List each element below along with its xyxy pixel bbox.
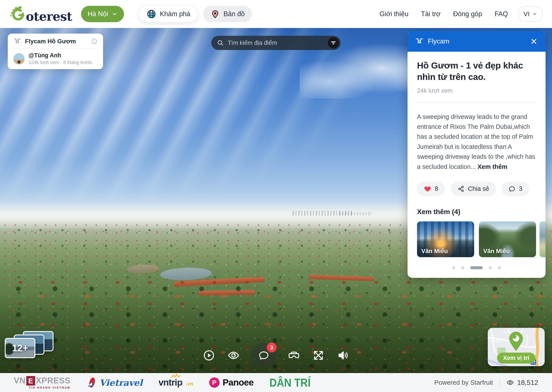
view-mode-button[interactable] (227, 349, 240, 362)
panel-header: Flycam (408, 31, 545, 52)
related-card[interactable]: Văn Miếu (417, 221, 474, 257)
partner-logo-vntrip[interactable]: vntrip .vn (158, 377, 193, 388)
nav-link-faq[interactable]: FAQ (495, 10, 508, 18)
photo-stack[interactable]: 12+ (5, 331, 54, 367)
panel-body: Hồ Gươm - 1 vẻ đẹp khác nhìn từ trên cao… (408, 52, 545, 278)
city-selector-button[interactable]: Hà Nội (81, 6, 124, 22)
panel-header-label: Flycam (428, 37, 449, 45)
panel-description: A sweeping driveway leads to the grand e… (417, 112, 536, 172)
nav-link-gioi-thieu[interactable]: Giới thiệu (380, 10, 409, 18)
comments-control[interactable]: 3 (251, 343, 276, 368)
comment-icon (258, 350, 269, 361)
carousel-pagination (417, 266, 536, 269)
filter-button[interactable] (328, 37, 339, 49)
related-card-label: Văn Miếu (483, 248, 510, 255)
description-text: A sweeping driveway leads to the grand e… (417, 113, 535, 170)
location-marker-icon (508, 331, 524, 351)
pagination-dot-active[interactable] (470, 266, 483, 269)
vr-mode-button[interactable] (287, 349, 301, 362)
map-label: Bản đồ (223, 10, 244, 18)
pagination-dot[interactable] (498, 266, 501, 269)
close-button[interactable] (530, 37, 538, 45)
language-label: VI (523, 10, 530, 18)
scene-info-card: Flycam Hồ Gươm @Tùng Anh 124k lượt xem ·… (8, 34, 103, 69)
powered-by-text: Powered by Starfruit (434, 379, 493, 386)
divider (417, 102, 536, 103)
pagination-dot[interactable] (489, 266, 492, 269)
heart-icon (424, 185, 431, 193)
stacked-photo-front: 12+ (5, 338, 35, 358)
partner-logo-vietravel[interactable]: Vietravel (86, 377, 143, 388)
scene-meta: 124k lượt xem · 8 tháng trước. (29, 60, 93, 65)
photo-count-badge: 12+ (12, 343, 28, 353)
pagination-dot[interactable] (452, 266, 455, 269)
panel-title: Hồ Gươm - 1 vẻ đẹp khác nhìn từ trên cao… (417, 60, 536, 83)
nav-link-tai-tro[interactable]: Tài trợ (421, 10, 441, 18)
eye-icon (506, 379, 514, 386)
vntrip-crown-icon (171, 374, 180, 378)
vnexpress-wordmark: VNEXPRESS (14, 376, 71, 385)
panel-views: 24k lượt xem (417, 87, 536, 94)
partner-logo-panoee[interactable]: P Panoee (209, 377, 253, 388)
related-card-partial[interactable] (539, 221, 545, 257)
viewer-controls: 3 (202, 343, 350, 368)
see-more-heading: Xem thêm (4) (417, 208, 536, 216)
author-name[interactable]: @Tùng Anh (29, 52, 93, 59)
fullscreen-icon (313, 350, 324, 361)
nav-link-dong-gop[interactable]: Đóng góp (453, 10, 482, 18)
vntrip-wordmark: vntrip (158, 377, 182, 388)
globe-icon (146, 9, 156, 19)
vnexpress-tagline: TIN NHANH VIETNAM (14, 386, 71, 389)
map-button[interactable]: Bản đồ (203, 6, 252, 22)
sound-button[interactable] (336, 349, 350, 362)
comment-badge: 3 (267, 343, 277, 352)
close-icon (530, 37, 538, 45)
vntrip-tld: .vn (186, 381, 194, 387)
filter-icon (330, 40, 337, 46)
like-button[interactable]: 8 (417, 182, 445, 196)
map-pin-icon (210, 9, 220, 19)
action-buttons: 8 Chia sẻ 3 (417, 182, 536, 196)
view-location-button[interactable]: Xem vị trí (497, 353, 535, 364)
city-selector-label: Hà Nội (87, 10, 108, 18)
vietravel-icon (86, 377, 96, 388)
share-label: Chia sẻ (468, 185, 489, 192)
detail-panel: Flycam Hồ Gươm - 1 vẻ đẹp khác nhìn từ t… (408, 31, 545, 278)
read-more-link[interactable]: Xem thêm (478, 163, 508, 170)
chevron-down-icon (111, 11, 117, 17)
goterest-logo[interactable]: oterest (9, 6, 72, 22)
partner-logo-dantri[interactable]: DÂN TRÍ (270, 377, 311, 389)
vietravel-wordmark: Vietravel (99, 378, 143, 388)
pagination-dot[interactable] (461, 266, 464, 269)
minimap[interactable]: Xem vị trí (488, 328, 545, 366)
footer-right: Powered by Starfruit 18,512 (434, 378, 538, 387)
explore-button[interactable]: Khám phá (139, 6, 198, 22)
site-view-counter: 18,512 (506, 379, 538, 387)
search-icon (217, 39, 224, 46)
logo-footprint-icon (9, 6, 25, 22)
fullscreen-button[interactable] (312, 349, 325, 362)
drone-icon (415, 37, 423, 45)
divider (499, 378, 500, 387)
info-icon[interactable] (91, 38, 97, 45)
footer-bar: VNEXPRESS TIN NHANH VIETNAM Vietravel vn… (0, 373, 552, 392)
author-row[interactable]: @Tùng Anh 124k lượt xem · 8 tháng trước. (13, 52, 97, 65)
divider (13, 48, 97, 49)
panoee-icon: P (209, 377, 220, 388)
like-count: 8 (435, 185, 438, 192)
avatar[interactable] (13, 53, 25, 64)
language-selector[interactable]: VI (518, 7, 543, 21)
share-button[interactable]: Chia sẻ (451, 182, 496, 196)
related-cards: Văn Miếu Văn Miếu (417, 221, 536, 257)
search-input[interactable] (227, 39, 328, 47)
partner-logo-vnexpress[interactable]: VNEXPRESS TIN NHANH VIETNAM (14, 376, 71, 389)
view-count: 18,512 (517, 379, 538, 387)
logo-wordmark: oterest (26, 10, 72, 22)
related-card[interactable]: Văn Miếu (479, 221, 536, 257)
autoplay-button[interactable] (202, 349, 216, 362)
comments-button[interactable]: 3 (502, 182, 529, 196)
share-icon (458, 185, 465, 192)
comment-icon (509, 185, 515, 192)
related-card-label: Văn Miếu (421, 248, 448, 255)
drone-icon (13, 37, 21, 45)
